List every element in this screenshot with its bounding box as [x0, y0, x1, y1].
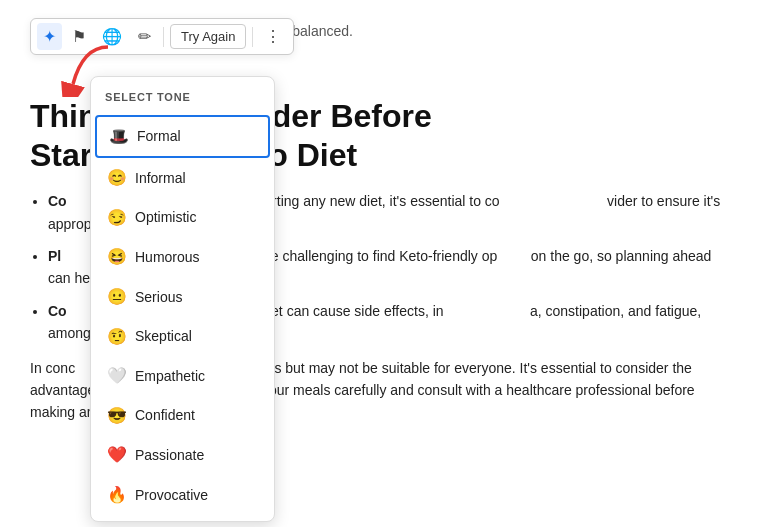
try-again-button[interactable]: Try Again	[170, 24, 246, 49]
optimistic-emoji: 😏	[107, 205, 127, 231]
optimistic-label: Optimistic	[135, 206, 196, 228]
tone-item-optimistic[interactable]: 😏 Optimistic	[95, 198, 270, 238]
sparkle-icon: ✦	[43, 27, 56, 46]
passionate-emoji: ❤️	[107, 442, 127, 468]
tone-item-empathetic[interactable]: 🤍 Empathetic	[95, 356, 270, 396]
tone-item-skeptical[interactable]: 🤨 Skeptical	[95, 317, 270, 357]
tone-item-humorous[interactable]: 😆 Humorous	[95, 237, 270, 277]
tone-item-passionate[interactable]: ❤️ Passionate	[95, 435, 270, 475]
empathetic-emoji: 🤍	[107, 363, 127, 389]
formal-emoji: 🎩	[109, 124, 129, 150]
more-button[interactable]: ⋮	[259, 23, 287, 50]
informal-label: Informal	[135, 167, 186, 189]
empathetic-label: Empathetic	[135, 365, 205, 387]
edit-button[interactable]: ✏	[132, 23, 157, 50]
tone-item-informal[interactable]: 😊 Informal	[95, 158, 270, 198]
confident-emoji: 😎	[107, 403, 127, 429]
provocative-emoji: 🔥	[107, 482, 127, 508]
formal-label: Formal	[137, 125, 181, 147]
skeptical-emoji: 🤨	[107, 324, 127, 350]
tone-item-confident[interactable]: 😎 Confident	[95, 396, 270, 436]
dropdown-header: SELECT TONE	[91, 83, 274, 115]
tone-item-serious[interactable]: 😐 Serious	[95, 277, 270, 317]
serious-emoji: 😐	[107, 284, 127, 310]
confident-label: Confident	[135, 404, 195, 426]
humorous-emoji: 😆	[107, 244, 127, 270]
informal-emoji: 😊	[107, 165, 127, 191]
skeptical-label: Skeptical	[135, 325, 192, 347]
page-content: lead to nutrient deficiencies if not pro…	[0, 0, 766, 444]
edit-icon: ✏	[138, 27, 151, 46]
humorous-label: Humorous	[135, 246, 200, 268]
title-line1: Th	[30, 98, 69, 134]
more-icon: ⋮	[265, 27, 281, 46]
passionate-label: Passionate	[135, 444, 204, 466]
tone-dropdown: SELECT TONE 🎩 Formal 😊 Informal 😏 Optimi…	[90, 76, 275, 522]
tone-item-provocative[interactable]: 🔥 Provocative	[95, 475, 270, 515]
tone-item-formal[interactable]: 🎩 Formal	[95, 115, 270, 159]
provocative-label: Provocative	[135, 484, 208, 506]
toolbar-divider	[163, 27, 164, 47]
serious-label: Serious	[135, 286, 182, 308]
title-line2: Sta	[30, 137, 80, 173]
toolbar-divider2	[252, 27, 253, 47]
